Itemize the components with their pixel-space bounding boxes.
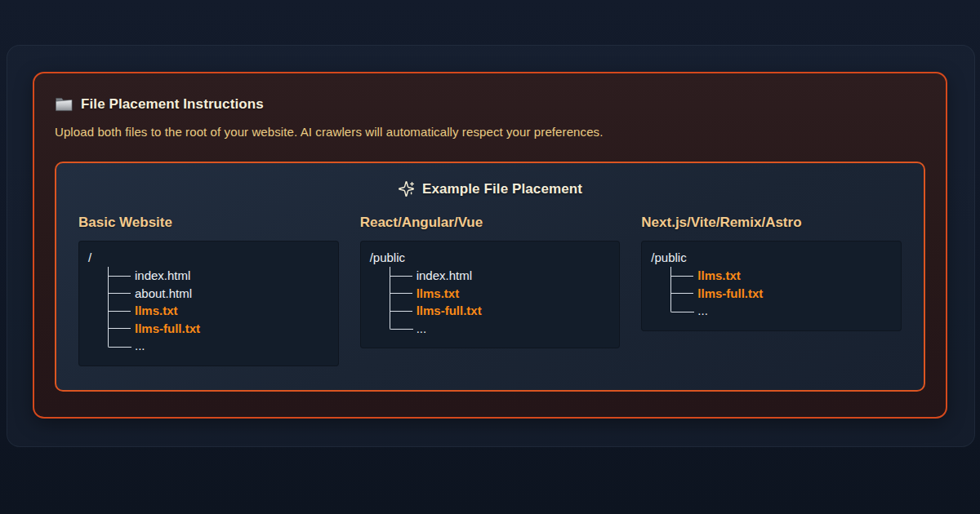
tree-item: llms.txt [370, 285, 612, 303]
card-subtitle: Upload both files to the root of your we… [55, 125, 925, 139]
tree-root: / [88, 249, 330, 267]
sparkles-icon [398, 180, 415, 197]
tree-root: /public [370, 249, 612, 267]
file-tree: /public index.html llms.txt llms-full.tx… [360, 241, 621, 348]
file-placement-instructions-card: File Placement Instructions Upload both … [33, 72, 947, 419]
tree-item: index.html [88, 267, 330, 285]
tree-item: llms.txt [651, 267, 893, 285]
tree-item: ... [651, 302, 893, 320]
column-heading: Next.js/Vite/Remix/Astro [641, 215, 902, 231]
column-heading: Basic Website [78, 215, 339, 231]
column-react-angular-vue: React/Angular/Vue /public index.html llm… [360, 215, 621, 366]
tree-item: llms-full.txt [651, 285, 893, 303]
example-card-title: Example File Placement [422, 181, 582, 197]
file-tree: / index.html about.html llms.txt llms-fu… [78, 241, 339, 366]
tree-item: ... [88, 337, 330, 355]
example-columns: Basic Website / index.html about.html ll… [78, 215, 902, 366]
column-heading: React/Angular/Vue [360, 215, 621, 231]
tree-item: llms-full.txt [370, 302, 612, 320]
tree-item: about.html [88, 285, 330, 303]
tree-item: ... [370, 320, 612, 338]
column-basic-website: Basic Website / index.html about.html ll… [78, 215, 339, 366]
example-file-placement-card: Example File Placement Basic Website / i… [55, 162, 925, 392]
column-nextjs-vite-remix-astro: Next.js/Vite/Remix/Astro /public llms.tx… [641, 215, 902, 366]
tree-item: llms.txt [88, 302, 330, 320]
tree-item: llms-full.txt [88, 320, 330, 338]
tree-item: index.html [370, 267, 612, 285]
card-header: File Placement Instructions [55, 95, 925, 113]
tree-root: /public [651, 249, 893, 267]
card-title: File Placement Instructions [81, 96, 264, 113]
folder-icon [55, 95, 74, 113]
file-tree: /public llms.txt llms-full.txt ... [641, 241, 902, 331]
example-card-header: Example File Placement [78, 180, 902, 197]
